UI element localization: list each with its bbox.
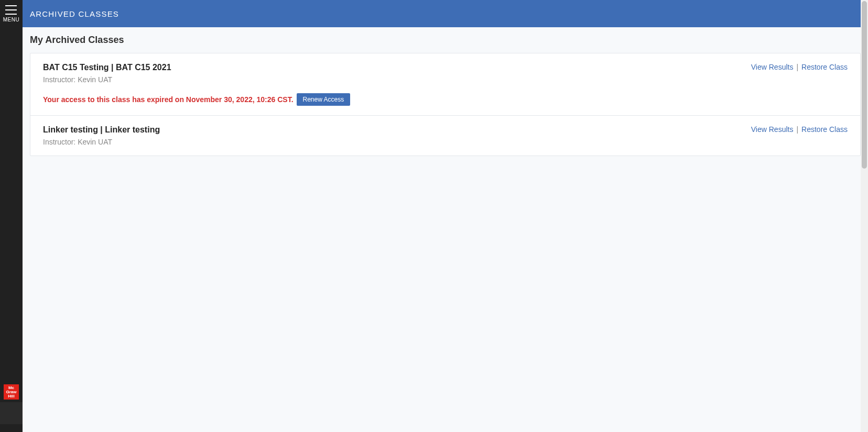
restore-class-link[interactable]: Restore Class xyxy=(801,125,848,134)
menu-button[interactable]: MENU xyxy=(3,5,19,23)
renew-access-button[interactable]: Renew Access xyxy=(297,93,351,106)
class-instructor: Instructor: Kevin UAT xyxy=(43,138,848,146)
page-header: ARCHIVED CLASSES xyxy=(23,0,868,27)
view-results-link[interactable]: View Results xyxy=(751,125,794,134)
hamburger-icon xyxy=(5,5,17,15)
class-row: Linker testing | Linker testing Instruct… xyxy=(30,116,860,156)
section-title: My Archived Classes xyxy=(30,35,861,46)
class-title: Linker testing | Linker testing xyxy=(43,125,848,135)
page-title: ARCHIVED CLASSES xyxy=(30,9,119,18)
expired-text: Your access to this class has expired on… xyxy=(43,95,294,104)
scrollbar-thumb[interactable] xyxy=(862,1,867,169)
class-title: BAT C15 Testing | BAT C15 2021 xyxy=(43,63,848,72)
main-area: ARCHIVED CLASSES My Archived Classes BAT… xyxy=(23,0,868,432)
classes-list: BAT C15 Testing | BAT C15 2021 Instructo… xyxy=(30,53,861,156)
expired-notice: Your access to this class has expired on… xyxy=(43,93,848,106)
scrollbar-track[interactable] xyxy=(861,0,868,432)
class-row: BAT C15 Testing | BAT C15 2021 Instructo… xyxy=(30,53,860,116)
brand-logo: Mc Graw Hill xyxy=(4,384,19,400)
class-actions: View Results | Restore Class xyxy=(751,125,848,134)
restore-class-link[interactable]: Restore Class xyxy=(801,63,848,71)
sidebar-footer xyxy=(0,402,23,424)
menu-label: MENU xyxy=(3,17,19,23)
action-separator: | xyxy=(796,125,798,134)
sidebar: MENU Mc Graw Hill xyxy=(0,0,23,432)
class-instructor: Instructor: Kevin UAT xyxy=(43,75,848,84)
action-separator: | xyxy=(796,63,798,71)
view-results-link[interactable]: View Results xyxy=(751,63,794,71)
content: My Archived Classes BAT C15 Testing | BA… xyxy=(23,27,868,432)
class-actions: View Results | Restore Class xyxy=(751,63,848,71)
